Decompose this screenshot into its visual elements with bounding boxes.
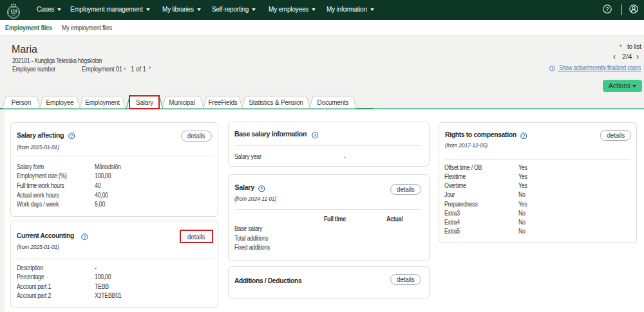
svg-text:?: ? <box>314 132 317 138</box>
svg-text:?: ? <box>605 6 609 12</box>
svg-text:FreeFields: FreeFields <box>208 99 237 106</box>
svg-text:?: ? <box>522 133 526 138</box>
svg-text:Documents: Documents <box>317 99 349 106</box>
svg-text:Municipal: Municipal <box>169 99 194 106</box>
svg-text:?: ? <box>260 186 263 192</box>
svg-text:Statistics & Pension: Statistics & Pension <box>249 99 303 106</box>
svg-text:Employee: Employee <box>46 99 75 106</box>
svg-text:?: ? <box>70 133 73 138</box>
svg-text:?: ? <box>83 234 86 240</box>
svg-text:Employment: Employment <box>85 99 120 106</box>
svg-text:Person: Person <box>12 99 32 106</box>
